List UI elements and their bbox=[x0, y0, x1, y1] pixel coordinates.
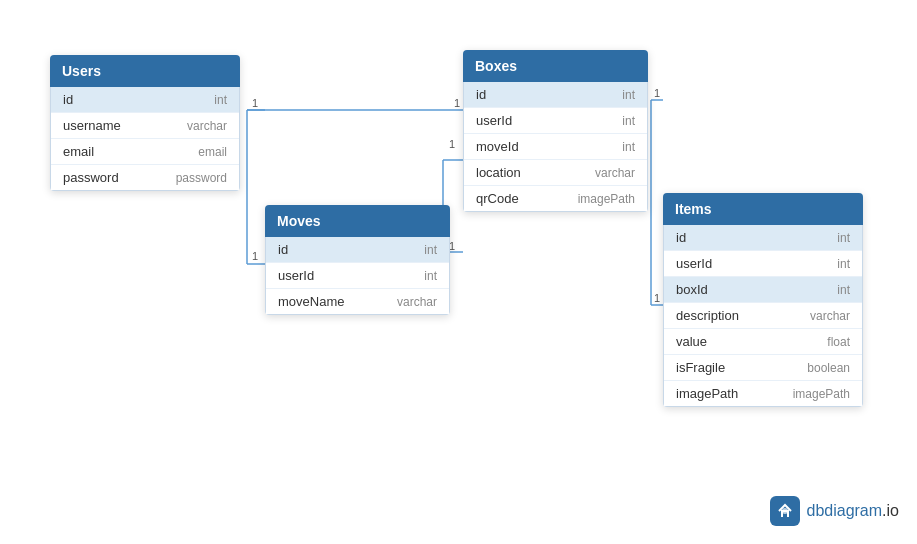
svg-text:1: 1 bbox=[252, 97, 258, 109]
moves-table: Moves id int userId int moveName varchar bbox=[265, 205, 450, 315]
svg-text:1: 1 bbox=[654, 292, 660, 304]
boxes-table-header: Boxes bbox=[463, 50, 648, 82]
table-row: password password bbox=[51, 165, 239, 190]
items-table-header: Items bbox=[663, 193, 863, 225]
svg-text:1: 1 bbox=[454, 97, 460, 109]
table-row: isFragile boolean bbox=[664, 355, 862, 381]
table-row: userId int bbox=[664, 251, 862, 277]
table-row: moveId int bbox=[464, 134, 647, 160]
moves-table-header: Moves bbox=[265, 205, 450, 237]
watermark: dbdiagram.io bbox=[770, 496, 899, 526]
table-row: userId int bbox=[464, 108, 647, 134]
table-row: qrCode imagePath bbox=[464, 186, 647, 211]
table-row: email email bbox=[51, 139, 239, 165]
table-row: username varchar bbox=[51, 113, 239, 139]
svg-point-17 bbox=[782, 508, 788, 514]
users-table: Users id int username varchar email emai… bbox=[50, 55, 240, 191]
table-row: id int bbox=[266, 237, 449, 263]
table-row: boxId int bbox=[664, 277, 862, 303]
svg-text:1: 1 bbox=[252, 250, 258, 262]
table-row: id int bbox=[464, 82, 647, 108]
table-row: imagePath imagePath bbox=[664, 381, 862, 406]
table-row: description varchar bbox=[664, 303, 862, 329]
table-row: location varchar bbox=[464, 160, 647, 186]
users-table-body: id int username varchar email email pass… bbox=[50, 87, 240, 191]
svg-text:1: 1 bbox=[654, 87, 660, 99]
canvas: 1 1 1 1 1 1 1 Users id int username varc… bbox=[0, 0, 917, 544]
items-table: Items id int userId int boxId int descri… bbox=[663, 193, 863, 407]
boxes-table-body: id int userId int moveId int location va… bbox=[463, 82, 648, 212]
watermark-icon bbox=[770, 496, 800, 526]
table-row: userId int bbox=[266, 263, 449, 289]
table-row: id int bbox=[51, 87, 239, 113]
moves-table-body: id int userId int moveName varchar bbox=[265, 237, 450, 315]
watermark-text: dbdiagram.io bbox=[806, 502, 899, 520]
table-row: moveName varchar bbox=[266, 289, 449, 314]
table-row: value float bbox=[664, 329, 862, 355]
items-table-body: id int userId int boxId int description … bbox=[663, 225, 863, 407]
boxes-table: Boxes id int userId int moveId int locat… bbox=[463, 50, 648, 212]
svg-text:1: 1 bbox=[449, 138, 455, 150]
users-table-header: Users bbox=[50, 55, 240, 87]
table-row: id int bbox=[664, 225, 862, 251]
